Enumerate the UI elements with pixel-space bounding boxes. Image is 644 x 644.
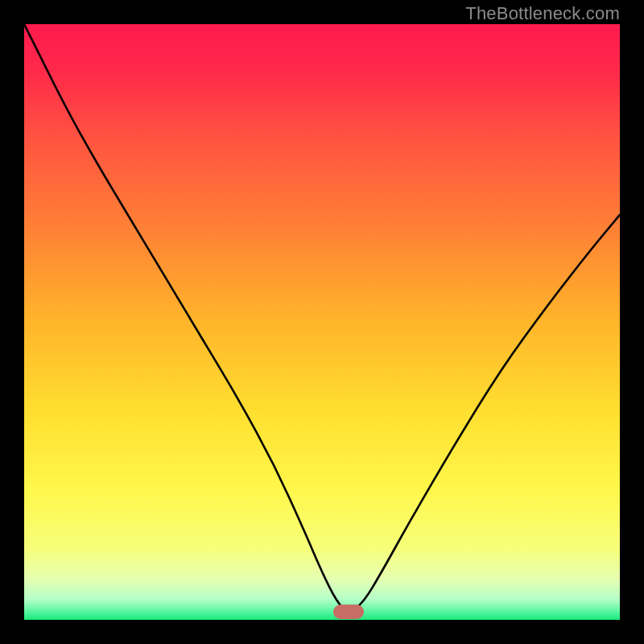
chart-frame: TheBottleneck.com <box>0 0 644 644</box>
bottleneck-curve <box>24 24 620 620</box>
optimal-marker <box>333 605 364 619</box>
plot-area <box>24 24 620 620</box>
watermark-text: TheBottleneck.com <box>465 3 620 24</box>
